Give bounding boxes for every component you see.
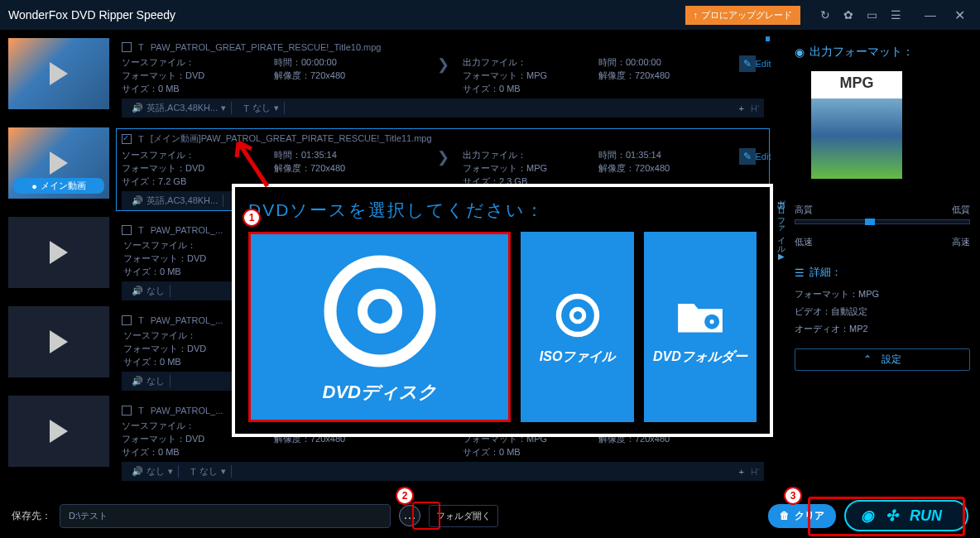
svg-point-3 [571, 309, 584, 321]
dvd-source-popup: DVDソースを選択してください： DVDディスク ISOファイル DVDフォルダ… [232, 184, 773, 437]
disc-icon [551, 289, 604, 342]
refresh-icon[interactable]: ↻ [820, 8, 830, 22]
source-meta: 時間：00:00:00 解像度：720x480 [274, 55, 423, 82]
source-meta: 時間：01:35:14 解像度：720x480 [274, 148, 423, 175]
text-icon: T [138, 225, 144, 235]
arrow-up-icon: ↑ [694, 10, 699, 20]
svg-point-2 [559, 295, 597, 334]
thumb-4[interactable] [8, 396, 109, 467]
play-icon [50, 151, 68, 175]
checkbox[interactable] [122, 225, 132, 235]
thumb-column: ● メイン動画 [0, 30, 116, 493]
quality-slider[interactable] [795, 219, 970, 224]
item-title: PAW_PATROL_... [151, 406, 223, 416]
output-info: 出力ファイル：フォーマット：MPGサイズ：0 MB [463, 55, 595, 95]
svg-point-1 [363, 294, 397, 329]
add-subtitle-button[interactable]: + [739, 467, 744, 477]
menu-icon[interactable]: ☰ [891, 8, 901, 22]
dvd-folder-button[interactable]: DVDフォルダー [644, 232, 757, 422]
details-heading: ☰詳細： [795, 265, 970, 280]
callout-2: 2 [396, 487, 414, 505]
play-icon [50, 62, 68, 85]
subtitle-dropdown[interactable]: T なし ▾ [185, 465, 232, 478]
main-video-badge: ● メイン動画 [13, 178, 104, 194]
dvd-disc-button[interactable]: DVDディスク [248, 232, 511, 422]
disc-icon [318, 249, 442, 373]
audio-dropdown[interactable]: 🔊 英語,AC3,48KH... [127, 195, 223, 207]
checkbox[interactable] [122, 315, 132, 325]
right-panel: 出力プロファイル ▶ ◉ 出力フォーマット： MPG 高質低質 低速高速 ☰詳細… [770, 30, 980, 493]
text-icon: T [138, 406, 144, 416]
svg-point-5 [709, 319, 713, 324]
bottom-bar: 保存先： D:\テスト … フォルダ開く 🗑クリア ◉ ✣ RUN [0, 493, 980, 538]
audio-dropdown[interactable]: 🔊 なし [127, 285, 171, 297]
thumb-3[interactable] [8, 306, 109, 377]
gear-icon: ✣ [886, 507, 898, 525]
output-meta: 時間：01:35:14 解像度：720x480 [598, 148, 731, 175]
source-info: ソースファイル：フォーマット：DVDサイズ：7.2 GB [122, 148, 271, 188]
text-icon: T [138, 42, 144, 52]
popup-title: DVDソースを選択してください： [248, 199, 757, 222]
item-title: PAW_PATROL_... [151, 315, 223, 325]
run-label: RUN [910, 507, 942, 525]
slider-knob[interactable] [865, 219, 875, 225]
format-tag: MPG [811, 74, 902, 92]
run-button[interactable]: ◉ ✣ RUN [844, 500, 968, 531]
detail-format: フォーマット：MPG [795, 288, 970, 300]
thumb-2[interactable] [8, 217, 109, 288]
thumb-0[interactable] [8, 38, 109, 109]
subtitle-icon[interactable]: ▭ [867, 8, 877, 22]
svg-point-0 [330, 262, 430, 361]
output-meta: 時間：00:00:00 解像度：720x480 [598, 55, 731, 82]
list-item[interactable]: T PAW_PATROL_GREAT_PIRATE_RESCUE!_Title1… [116, 38, 770, 118]
source-info: ソースファイル：フォーマット：DVDサイズ：0 MB [122, 55, 271, 95]
open-folder-button[interactable]: フォルダ開く [429, 505, 498, 527]
title-bar: WonderFox DVD Ripper Speedy ↑ プロにアップグレード… [0, 0, 980, 30]
audio-dropdown[interactable]: 🔊 なし ▾ [127, 465, 179, 478]
output-format-heading: ◉ 出力フォーマット： [795, 45, 970, 60]
settings-gear-icon[interactable]: ✿ [843, 8, 853, 22]
clear-button[interactable]: 🗑クリア [768, 504, 836, 528]
trash-icon: 🗑 [780, 510, 790, 521]
play-icon [50, 241, 68, 264]
hw-icon: H' [751, 467, 759, 477]
subtitle-dropdown[interactable]: T なし ▾ [238, 102, 285, 114]
checkbox[interactable] [122, 406, 132, 416]
play-icon [50, 330, 68, 353]
thumb-1[interactable]: ● メイン動画 [8, 127, 109, 199]
output-path-field[interactable]: D:\テスト [60, 504, 391, 528]
item-title: PAW_PATROL_... [151, 225, 223, 235]
hw-icon: H' [751, 103, 759, 113]
output-info: 出力ファイル：フォーマット：MPGサイズ：2.3 GB [463, 148, 595, 188]
settings-button[interactable]: ⌃ 設定 [795, 348, 970, 371]
item-title: [メイン動画]PAW_PATROL_GREAT_PIRATE_RESCUE!_T… [151, 132, 432, 145]
play-icon [50, 420, 68, 443]
upgrade-button[interactable]: ↑ プロにアップグレード [685, 6, 801, 25]
speed-labels: 低速高速 [795, 236, 970, 248]
app-title: WonderFox DVD Ripper Speedy [8, 8, 175, 22]
audio-dropdown[interactable]: 🔊 なし [127, 375, 171, 387]
minimize-icon[interactable]: — [925, 8, 936, 22]
checkbox[interactable] [122, 42, 132, 52]
output-format-button[interactable]: MPG [811, 71, 902, 179]
text-icon: T [138, 134, 144, 144]
text-icon: T [138, 315, 144, 325]
save-label: 保存先： [12, 509, 51, 523]
checkbox[interactable] [122, 134, 132, 144]
browse-button[interactable]: … [399, 505, 420, 526]
folder-icon [674, 289, 727, 342]
arrow-right-icon: ❯ [426, 148, 459, 166]
arrow-right-icon: ❯ [426, 55, 459, 74]
iso-file-button[interactable]: ISOファイル [521, 232, 633, 422]
disc-icon: ◉ [861, 507, 874, 525]
quality-labels: 高質低質 [795, 204, 970, 216]
detail-video: ビデオ：自動設定 [795, 305, 970, 318]
list-icon: ☰ [795, 267, 805, 279]
disc-icon: ◉ [795, 46, 805, 59]
detail-audio: オーディオ：MP2 [795, 323, 970, 335]
close-icon[interactable]: ✕ [954, 7, 965, 23]
callout-3: 3 [784, 487, 802, 505]
audio-dropdown[interactable]: 🔊 英語,AC3,48KH... ▾ [127, 102, 232, 114]
add-subtitle-button[interactable]: + [739, 103, 744, 113]
item-title: PAW_PATROL_GREAT_PIRATE_RESCUE!_Title10.… [151, 42, 382, 52]
